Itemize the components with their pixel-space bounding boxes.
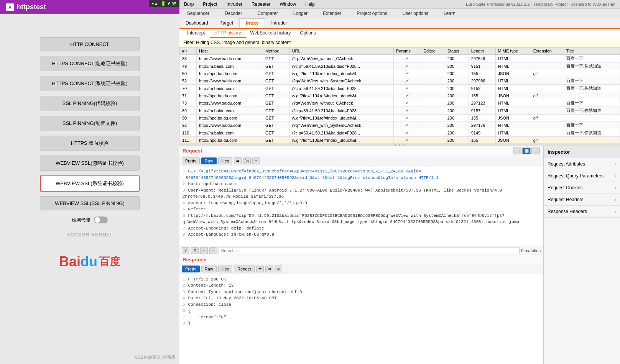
- tab-logger[interactable]: Logger: [286, 9, 315, 18]
- cell-method: GET: [263, 92, 289, 99]
- col-params[interactable]: Params: [394, 48, 421, 55]
- col-num[interactable]: # ↑: [180, 48, 197, 55]
- resp-newline-icon[interactable]: \n: [265, 266, 273, 272]
- view-btn-split-h[interactable]: ⬜: [513, 148, 521, 154]
- webview-ssl-pinning-button[interactable]: WEBVIEW SSL(SSL PINNING): [40, 196, 140, 210]
- col-status[interactable]: Status: [445, 48, 469, 55]
- tab-user-options[interactable]: User options: [395, 9, 436, 18]
- table-row[interactable]: 52 https://www.baidu.com GET /?q=WebView…: [180, 77, 620, 85]
- req-hex-btn[interactable]: Hex: [218, 157, 233, 164]
- cell-edited: [421, 129, 445, 137]
- cell-host: http://hpd.baidu.com: [197, 137, 263, 144]
- col-extension[interactable]: Extension: [531, 48, 564, 55]
- webview-ssl-system-button[interactable]: WEBVIEW SSL(系统证书校验): [40, 175, 140, 192]
- table-row[interactable]: 71 http://hpd.baidu.com GET /v.gif?tid=1…: [180, 92, 620, 99]
- cell-mime: HTML: [495, 121, 531, 129]
- req-raw-btn[interactable]: Raw: [201, 157, 217, 164]
- menu-project[interactable]: Project: [201, 1, 219, 8]
- tab-options[interactable]: Options: [295, 29, 320, 38]
- table-row[interactable]: 89 http://m.baidu.com GET /?cip=59.41.59…: [180, 107, 620, 115]
- search-help-icon[interactable]: ?: [182, 247, 189, 254]
- req-resp-area: Request ⬜ ⬜ ⬜ Pretty Raw Hex ⇌ \n ≡: [179, 146, 543, 364]
- table-row[interactable]: 49 http://m.baidu.com GET /?cip=59.41.59…: [180, 62, 620, 70]
- tab-intercept[interactable]: Intercept: [183, 29, 210, 38]
- menu-intruder[interactable]: Intruder: [225, 1, 244, 8]
- ssl-pinning-config-button[interactable]: SSL PINNING(配置文件): [40, 116, 140, 131]
- req-newline-icon[interactable]: \n: [243, 157, 251, 164]
- resp-render-btn[interactable]: Render: [234, 266, 255, 272]
- proxy-detect-toggle[interactable]: [94, 216, 108, 223]
- tab-websockets-history[interactable]: WebSockets history: [246, 29, 296, 38]
- https-connect-ignore-button[interactable]: HTTPS CONNECT(忽略证书校验): [40, 56, 140, 71]
- filter-bar[interactable]: Filter: Hiding CSS, image and general bi…: [179, 38, 620, 47]
- cell-host: http://hpd.baidu.com: [197, 70, 263, 77]
- req-format-icon[interactable]: ⇌: [234, 157, 242, 164]
- tab-comparer[interactable]: Comparer: [250, 9, 285, 18]
- resp-menu-icon[interactable]: ≡: [275, 266, 282, 272]
- col-url[interactable]: URL: [289, 48, 393, 55]
- inspector-request-cookies[interactable]: Request Cookies ›: [544, 182, 620, 194]
- inspector-request-query-params[interactable]: Request Query Parameters ›: [544, 170, 620, 182]
- response-code-area[interactable]: 1HTTP/1.1 200 OK 2Content-Length: 13 3Co…: [179, 274, 543, 364]
- menu-help[interactable]: Help: [304, 1, 316, 8]
- table-row[interactable]: 92 https://www.baidu.com GET /?q=WebView…: [180, 121, 620, 129]
- col-mime[interactable]: MIME type: [495, 48, 531, 55]
- inspector-request-attributes[interactable]: Request Attributes ›: [544, 158, 620, 170]
- tab-sequencer[interactable]: Sequencer: [179, 9, 217, 18]
- request-code-area[interactable]: 1GET /v.gif?tid=110&ref=index_utouch&fro…: [179, 166, 543, 246]
- search-input[interactable]: [219, 247, 520, 254]
- https-connect-system-button[interactable]: HTTPS CONNECT(系统证书校验): [40, 76, 140, 91]
- webview-ssl-ignore-button[interactable]: WEBVIEW SSL(忽略证书校验): [40, 156, 140, 171]
- col-host[interactable]: Host: [197, 48, 263, 55]
- tab-http-history[interactable]: HTTP history: [210, 29, 246, 38]
- http-connect-button[interactable]: HTTP CONNECT: [40, 37, 140, 51]
- inspector-response-headers[interactable]: Response Headers ›: [544, 206, 620, 218]
- view-btn-split-v[interactable]: ⬜: [522, 148, 531, 154]
- cell-status: 200: [445, 85, 469, 92]
- search-forward-icon[interactable]: →: [209, 247, 217, 254]
- menu-repeater[interactable]: Repeater: [250, 1, 272, 8]
- top-menubar: Burp Project Intruder Repeater Window He…: [179, 0, 620, 9]
- req-line-8: 8Accept-Language: zh-CN,en-US;q=0.9: [183, 231, 540, 238]
- resp-raw-btn[interactable]: Raw: [201, 266, 217, 272]
- table-row[interactable]: 33 https://www.baidu.com GET /?q=WebView…: [180, 55, 620, 62]
- req-pretty-btn[interactable]: Pretty: [182, 157, 200, 164]
- baidu-logo-text: Bai: [59, 254, 81, 270]
- inspector-request-headers[interactable]: Request Headers ›: [544, 194, 620, 206]
- https-mutual-button[interactable]: HTTPS 双向校验: [40, 136, 140, 151]
- col-edited[interactable]: Edited: [421, 48, 445, 55]
- table-row[interactable]: 110 http://m.baidu.com GET /?cip=59.41.5…: [180, 129, 620, 137]
- ssl-pinning-code-button[interactable]: SSL PINNING(代码校验): [40, 96, 140, 111]
- view-btn-full[interactable]: ⬜: [531, 148, 540, 154]
- tab-extender[interactable]: Extender: [315, 9, 349, 18]
- cell-edited: [421, 115, 445, 121]
- req-menu-icon[interactable]: ≡: [252, 157, 260, 164]
- tab-target[interactable]: Target: [214, 18, 239, 28]
- menu-burp[interactable]: Burp: [183, 1, 195, 8]
- tab-intruder[interactable]: Intruder: [265, 18, 293, 28]
- resp-pretty-btn[interactable]: Pretty: [182, 266, 200, 272]
- search-settings-icon[interactable]: ⚙: [191, 247, 199, 254]
- tab-project-options[interactable]: Project options: [349, 9, 395, 18]
- table-row[interactable]: 70 http://m.baidu.com GET /?cip=59.41.59…: [180, 85, 620, 92]
- search-back-icon[interactable]: ←: [200, 247, 208, 254]
- resp-hex-btn[interactable]: Hex: [218, 266, 233, 272]
- table-row[interactable]: 73 https://www.baidu.com GET /?q=WebView…: [180, 99, 620, 107]
- proxy-detect-label: 检测代理: [72, 217, 90, 223]
- tab-learn[interactable]: Learn: [436, 9, 463, 18]
- cell-host: https://www.baidu.com: [197, 99, 263, 107]
- tab-proxy[interactable]: Proxy: [239, 18, 265, 28]
- col-length[interactable]: Length: [469, 48, 495, 55]
- cell-mime: HTML: [495, 99, 531, 107]
- table-row[interactable]: 50 http://hpd.baidu.com GET /v.gif?tid=1…: [180, 70, 620, 77]
- tab-dashboard[interactable]: Dashboard: [179, 18, 214, 28]
- col-method[interactable]: Method: [263, 48, 289, 55]
- menu-window[interactable]: Window: [278, 1, 298, 8]
- cell-length: 155: [469, 137, 495, 144]
- table-row[interactable]: 90 http://hpd.baidu.com GET /v.gif?tid=1…: [180, 115, 620, 121]
- resp-format-icon[interactable]: ⇌: [256, 266, 264, 272]
- cell-length: 297549: [469, 55, 495, 62]
- cell-num: 89: [180, 107, 197, 115]
- col-title[interactable]: Title: [564, 48, 620, 55]
- tab-decoder[interactable]: Decoder: [217, 9, 250, 18]
